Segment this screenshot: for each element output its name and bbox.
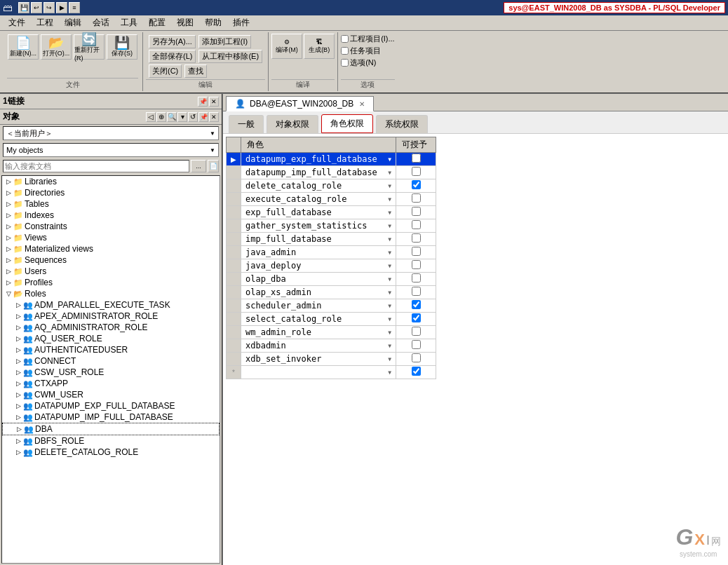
- expand-views[interactable]: ▷: [4, 233, 13, 243]
- grantable-checkbox-2[interactable]: [412, 167, 421, 176]
- grantable-checkbox-9[interactable]: [412, 260, 421, 269]
- save-all-button[interactable]: 全部保存(L): [149, 50, 196, 63]
- find-button[interactable]: 查找: [184, 64, 207, 78]
- tree-item-directories[interactable]: ▷ 📁 Directories: [2, 187, 220, 198]
- new-button[interactable]: 📄 新建(N)...: [8, 34, 39, 60]
- remove-from-project-button[interactable]: 从工程中移除(E): [198, 50, 262, 63]
- cell-role-14[interactable]: wm_admin_role ▼: [241, 326, 396, 339]
- search-clear-btn[interactable]: 📄: [208, 160, 219, 172]
- tree-view[interactable]: ▷ 📁 Libraries ▷ 📁 Directories ▷ 📁 Tables…: [1, 175, 220, 564]
- tree-item-views[interactable]: ▷ 📁 Views: [2, 232, 220, 243]
- cell-grantable-2[interactable]: [396, 166, 436, 179]
- quick-save-btn[interactable]: 💾: [18, 2, 29, 13]
- grantable-checkbox-14[interactable]: [412, 327, 421, 336]
- table-row[interactable]: imp_full_database ▼: [227, 233, 436, 246]
- quick-run-btn[interactable]: ▶: [56, 2, 67, 13]
- menu-help[interactable]: 帮助: [199, 15, 227, 30]
- cell-grantable-15[interactable]: [396, 339, 436, 353]
- cell-grantable-1[interactable]: [396, 153, 436, 166]
- objects-filter-selector[interactable]: My objects ▼: [3, 143, 219, 157]
- grantable-checkbox-4[interactable]: [412, 193, 421, 203]
- grantable-checkbox-new[interactable]: [412, 367, 421, 376]
- cell-grantable-10[interactable]: [396, 273, 436, 286]
- cell-role-1[interactable]: datapump_exp_full_database ▼: [241, 153, 396, 166]
- col-grantable[interactable]: 可授予: [396, 137, 436, 153]
- table-row-new[interactable]: * ▼: [227, 366, 436, 379]
- expand-csw-usr[interactable]: ▷: [13, 367, 23, 377]
- expand-libraries[interactable]: ▷: [4, 177, 13, 186]
- expand-connect[interactable]: ▷: [13, 356, 23, 366]
- cell-grantable-11[interactable]: [396, 286, 436, 299]
- cell-role-13[interactable]: select_catalog_role ▼: [241, 313, 396, 326]
- cell-role-16[interactable]: xdb_set_invoker ▼: [241, 353, 396, 366]
- grantable-checkbox-15[interactable]: [412, 340, 421, 349]
- inner-tab-object-privileges[interactable]: 对象权限: [267, 115, 318, 133]
- menu-plugin[interactable]: 插件: [227, 15, 255, 30]
- tree-item-cwm-user[interactable]: ▷ 👥 CWM_USER: [2, 389, 220, 400]
- menu-file[interactable]: 文件: [3, 15, 31, 30]
- toolbar-quick-access[interactable]: 💾 ↩ ↪ ▶ ≡: [18, 2, 80, 13]
- expand-sequences[interactable]: ▷: [4, 255, 13, 265]
- tab-dba[interactable]: 👤 DBA@EAST_WIN2008_DB ✕: [226, 96, 374, 111]
- expand-adm-parallel[interactable]: ▷: [13, 300, 23, 310]
- inner-tab-role-privileges[interactable]: 角色权限: [321, 114, 373, 133]
- grantable-checkbox-8[interactable]: [412, 247, 421, 256]
- cell-grantable-7[interactable]: [396, 233, 436, 246]
- grantable-checkbox-7[interactable]: [412, 233, 421, 243]
- menu-view[interactable]: 视图: [171, 15, 199, 30]
- tab-close-btn[interactable]: ✕: [359, 100, 365, 108]
- add-to-project-button[interactable]: 添加到工程(I): [198, 35, 251, 48]
- tree-item-connect[interactable]: ▷ 👥 CONNECT: [2, 355, 220, 367]
- quick-redo-btn[interactable]: ↪: [43, 2, 55, 13]
- menu-project[interactable]: 工程: [31, 15, 59, 30]
- expand-datapump-exp[interactable]: ▷: [13, 401, 23, 411]
- open-button[interactable]: 📂 打开(O)...: [41, 34, 72, 60]
- grantable-checkbox-16[interactable]: [412, 353, 421, 362]
- grantable-checkbox-12[interactable]: [412, 300, 421, 309]
- expand-users[interactable]: ▷: [4, 266, 13, 276]
- expand-profiles[interactable]: ▷: [4, 278, 13, 287]
- expand-aq-user[interactable]: ▷: [13, 334, 23, 343]
- search-ellipsis-btn[interactable]: ...: [191, 160, 206, 172]
- cell-grantable-3[interactable]: [396, 179, 436, 193]
- pin-icon[interactable]: 📌: [198, 97, 208, 107]
- tree-item-tables[interactable]: ▷ 📁 Tables: [2, 198, 220, 210]
- cell-role-new[interactable]: ▼: [241, 366, 396, 379]
- cell-grantable-8[interactable]: [396, 246, 436, 259]
- menu-session[interactable]: 会话: [87, 15, 115, 30]
- grantable-checkbox-13[interactable]: [412, 313, 421, 322]
- cell-role-5[interactable]: exp_full_database ▼: [241, 206, 396, 219]
- reopen-button[interactable]: 🔄 重新打开(R): [74, 34, 105, 60]
- customize-btn[interactable]: ≡: [69, 2, 80, 13]
- table-row[interactable]: select_catalog_role ▼: [227, 313, 436, 326]
- table-row[interactable]: datapump_imp_full_database ▼: [227, 166, 436, 179]
- save-button[interactable]: 💾 保存(S): [107, 34, 137, 60]
- expand-delete-catalog[interactable]: ▷: [13, 447, 23, 457]
- expand-authenticated[interactable]: ▷: [13, 345, 23, 355]
- table-row[interactable]: delete_catalog_role ▼: [227, 179, 436, 193]
- cell-role-15[interactable]: xdbadmin ▼: [241, 339, 396, 353]
- table-row[interactable]: xdb_set_invoker ▼: [227, 353, 436, 366]
- cell-role-3[interactable]: delete_catalog_role ▼: [241, 179, 396, 193]
- menu-config[interactable]: 配置: [143, 15, 171, 30]
- search-input[interactable]: [3, 160, 189, 172]
- expand-roles[interactable]: ▽: [4, 289, 13, 299]
- nav-forward-icon[interactable]: ⊕: [156, 112, 166, 122]
- tree-item-dbfs-role[interactable]: ▷ 👥 DBFS_ROLE: [2, 435, 220, 447]
- expand-ctxapp[interactable]: ▷: [13, 379, 23, 388]
- tree-item-delete-catalog[interactable]: ▷ 👥 DELETE_CATALOG_ROLE: [2, 447, 220, 458]
- tree-item-adm-parallel[interactable]: ▷ 👥 ADM_PARALLEL_EXECUTE_TASK: [2, 299, 220, 311]
- menu-edit[interactable]: 编辑: [59, 15, 87, 30]
- expand-indexes[interactable]: ▷: [4, 210, 13, 220]
- tree-item-libraries[interactable]: ▷ 📁 Libraries: [2, 176, 220, 187]
- expand-dba[interactable]: ▷: [14, 424, 24, 434]
- cell-role-4[interactable]: execute_catalog_role ▼: [241, 193, 396, 206]
- cell-grantable-new[interactable]: [396, 366, 436, 379]
- table-row[interactable]: xdbadmin ▼: [227, 339, 436, 353]
- table-row[interactable]: olap_dba ▼: [227, 273, 436, 286]
- col-role[interactable]: 角色: [241, 137, 396, 153]
- project-items-checkbox[interactable]: [341, 35, 349, 43]
- expand-apex-admin[interactable]: ▷: [13, 311, 23, 321]
- cell-role-11[interactable]: olap_xs_admin ▼: [241, 286, 396, 299]
- nav-filter-icon[interactable]: ▾: [177, 112, 187, 122]
